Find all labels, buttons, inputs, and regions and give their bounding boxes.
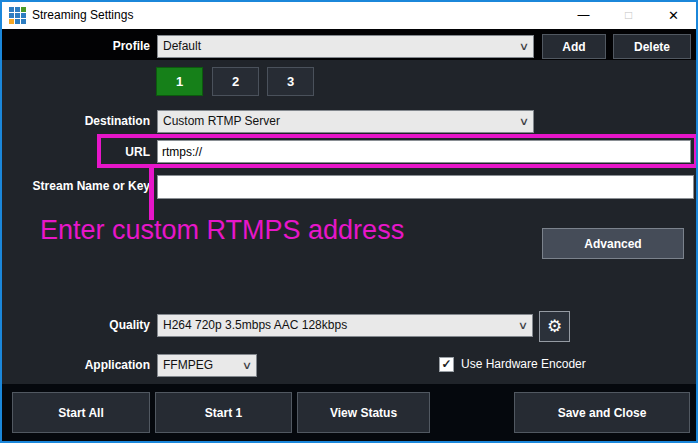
maximize-icon[interactable]: □: [606, 2, 651, 29]
chevron-down-icon: ∨: [235, 359, 258, 372]
delete-button[interactable]: Delete: [613, 34, 691, 59]
start-all-button[interactable]: Start All: [12, 392, 150, 433]
window-title: Streaming Settings: [32, 2, 133, 29]
chevron-down-icon: ∨: [512, 40, 535, 53]
url-label: URL: [2, 145, 150, 159]
chevron-down-icon: ∨: [511, 319, 534, 332]
view-status-button[interactable]: View Status: [297, 392, 430, 433]
destination-label: Destination: [2, 114, 150, 128]
stream-key-label: Stream Name or Key: [2, 179, 150, 193]
tab-stream-3[interactable]: 3: [267, 67, 314, 96]
profile-dropdown[interactable]: Default ∨: [157, 35, 534, 58]
quality-label: Quality: [2, 318, 150, 332]
tab-stream-2[interactable]: 2: [212, 67, 259, 96]
destination-dropdown-value: Custom RTMP Server: [158, 111, 515, 132]
url-input[interactable]: [157, 140, 691, 163]
quality-dropdown[interactable]: H264 720p 3.5mbps AAC 128kbps ∨: [157, 314, 533, 337]
destination-dropdown[interactable]: Custom RTMP Server ∨: [157, 110, 534, 133]
application-dropdown-value: FFMPEG: [158, 355, 238, 376]
window-controls: — □ ✕: [561, 2, 696, 29]
advanced-button[interactable]: Advanced: [542, 228, 684, 259]
streaming-settings-window: Streaming Settings — □ ✕ Profile Default…: [0, 0, 698, 443]
quality-settings-button[interactable]: ⚙: [539, 311, 570, 342]
app-grid-icon: [9, 7, 26, 24]
annotation-pointer-line: [149, 168, 154, 220]
titlebar: Streaming Settings — □ ✕: [2, 2, 696, 29]
profile-label: Profile: [2, 39, 150, 53]
use-hardware-encoder-checkbox[interactable]: ✓: [439, 357, 454, 372]
tab-stream-1[interactable]: 1: [156, 67, 203, 96]
save-and-close-button[interactable]: Save and Close: [514, 392, 690, 433]
quality-dropdown-value: H264 720p 3.5mbps AAC 128kbps: [158, 315, 514, 336]
annotation-text: Enter custom RTMPS address: [40, 215, 404, 246]
application-label: Application: [2, 358, 150, 372]
gear-icon: ⚙: [547, 316, 562, 337]
start-1-button[interactable]: Start 1: [155, 392, 292, 433]
chevron-down-icon: ∨: [512, 115, 535, 128]
use-hardware-encoder-label: Use Hardware Encoder: [461, 357, 586, 371]
profile-dropdown-value: Default: [158, 36, 515, 57]
add-button[interactable]: Add: [542, 34, 606, 59]
check-icon: ✓: [441, 357, 451, 371]
application-dropdown[interactable]: FFMPEG ∨: [157, 354, 257, 377]
minimize-icon[interactable]: —: [561, 2, 606, 29]
stream-key-input[interactable]: [157, 175, 694, 199]
close-icon[interactable]: ✕: [651, 2, 696, 29]
